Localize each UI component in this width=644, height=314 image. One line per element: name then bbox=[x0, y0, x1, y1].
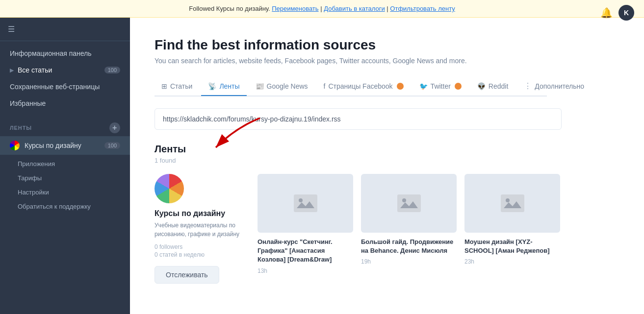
svg-rect-3 bbox=[397, 194, 421, 212]
sidebar-feed-item-kursy[interactable]: Курсы по дизайну 100 bbox=[0, 136, 130, 155]
results-count: 1 found bbox=[155, 157, 547, 164]
search-input-container bbox=[155, 108, 562, 130]
sidebar-sub-item-support[interactable]: Обратиться к поддержку bbox=[0, 199, 130, 214]
article-thumbnail-1 bbox=[361, 174, 457, 233]
user-avatar[interactable]: K bbox=[618, 5, 634, 21]
article-title-1: Большой гайд. Продвижение на Behance. Де… bbox=[361, 238, 457, 255]
image-placeholder-icon bbox=[397, 194, 421, 212]
grid-icon: ⊞ bbox=[161, 82, 167, 90]
article-title-0: Онлайн-курс "Скетчинг. Графика" [Анастас… bbox=[258, 238, 353, 265]
search-input[interactable] bbox=[163, 115, 553, 123]
sidebar-item-label: Избранные bbox=[10, 99, 46, 107]
sidebar-item-label: Сохраненные веб-страницы bbox=[10, 83, 100, 91]
feed-result-followers: 0 followers bbox=[155, 243, 248, 250]
article-time-2: 23h bbox=[464, 258, 560, 265]
sidebar-sub-item-pricing[interactable]: Тарифы bbox=[0, 171, 130, 185]
follow-button[interactable]: Отслеживать bbox=[155, 266, 219, 284]
page-subtitle: You can search for articles, website fee… bbox=[155, 57, 547, 65]
tab-more[interactable]: ⋮ Дополнительно bbox=[517, 76, 591, 97]
sidebar: ☰ Информационная панель ▶ Все статьи 100… bbox=[0, 18, 130, 314]
reddit-icon: 👽 bbox=[477, 82, 486, 90]
article-thumbnail-2 bbox=[464, 174, 560, 233]
facebook-badge bbox=[397, 83, 404, 90]
sidebar-item-label: Все статьи bbox=[18, 66, 52, 74]
article-time-0: 13h bbox=[258, 267, 353, 274]
svg-rect-5 bbox=[501, 194, 524, 212]
svg-point-6 bbox=[506, 198, 510, 202]
feed-result-icon bbox=[155, 174, 184, 203]
add-feed-button[interactable]: + bbox=[109, 122, 120, 133]
sidebar-item-saved-pages[interactable]: Сохраненные веб-страницы bbox=[0, 78, 130, 95]
feed-result-articles-per-week: 0 статей в неделю bbox=[155, 251, 248, 258]
feed-result-description: Учебные видеоматериалы по рисованию, гра… bbox=[155, 221, 248, 239]
article-card-2[interactable]: Моушен дизайн [XYZ-SCHOOL] [Аман Реджепо… bbox=[464, 174, 560, 274]
svg-rect-1 bbox=[294, 194, 317, 212]
page-title: Find the best information sources bbox=[155, 37, 547, 53]
tab-facebook[interactable]: f Страницы Facebook bbox=[317, 77, 411, 96]
article-card-0[interactable]: Онлайн-курс "Скетчинг. Графика" [Анастас… bbox=[258, 174, 353, 274]
tab-feeds[interactable]: 📡 Ленты bbox=[201, 77, 246, 96]
results-section-title: Ленты bbox=[155, 144, 547, 155]
article-card-1[interactable]: Большой гайд. Продвижение на Behance. Де… bbox=[361, 174, 457, 274]
rss-icon: 📡 bbox=[208, 82, 216, 90]
tab-reddit[interactable]: 👽 Reddit bbox=[470, 77, 515, 96]
add-to-catalog-link[interactable]: Добавить в каталоги bbox=[324, 5, 385, 12]
main-content: Find the best information sources You ca… bbox=[130, 18, 644, 314]
rename-link[interactable]: Переименовать bbox=[272, 5, 318, 12]
svg-point-2 bbox=[299, 198, 303, 202]
article-thumbnail-0 bbox=[258, 174, 353, 233]
tab-twitter[interactable]: 🐦 Twitter bbox=[412, 77, 468, 96]
top-banner: Followed Курсы по дизайну. Переименовать… bbox=[0, 0, 644, 18]
feed-result-name: Курсы по дизайну bbox=[155, 209, 248, 218]
sidebar-item-label: Информационная панель bbox=[10, 49, 92, 57]
article-title-2: Моушен дизайн [XYZ-SCHOOL] [Аман Реджепо… bbox=[464, 238, 560, 255]
filter-feed-link[interactable]: Отфильтровать ленту bbox=[390, 5, 455, 12]
svg-point-4 bbox=[402, 198, 406, 202]
sidebar-sub-item-settings[interactable]: Настройки bbox=[0, 185, 130, 199]
image-placeholder-icon bbox=[501, 194, 524, 212]
feed-icon-kursy bbox=[10, 141, 20, 150]
feed-label: Курсы по дизайну bbox=[25, 142, 81, 149]
sidebar-item-favorites[interactable]: Избранные bbox=[0, 95, 130, 112]
notification-bell-icon[interactable]: 🔔 bbox=[600, 7, 613, 19]
sidebar-item-all-articles[interactable]: ▶ Все статьи 100 bbox=[0, 62, 130, 78]
feeds-section-label: ЛЕНТЫ bbox=[10, 125, 32, 131]
image-placeholder-icon bbox=[294, 194, 317, 212]
twitter-icon: 🐦 bbox=[419, 82, 428, 90]
tab-articles[interactable]: ⊞ Статьи bbox=[155, 77, 199, 96]
all-articles-badge: 100 bbox=[104, 67, 120, 73]
hamburger-icon[interactable]: ☰ bbox=[8, 24, 15, 34]
sidebar-sub-item-apps[interactable]: Приложения bbox=[0, 157, 130, 171]
dots-icon: ⋮ bbox=[524, 81, 532, 91]
feed-badge: 100 bbox=[104, 142, 120, 149]
tab-google-news[interactable]: 📰 Google News bbox=[249, 77, 315, 96]
facebook-icon: f bbox=[324, 82, 326, 90]
chevron-right-icon: ▶ bbox=[10, 67, 14, 73]
article-time-1: 19h bbox=[361, 258, 457, 265]
feed-result-card: Курсы по дизайну Учебные видеоматериалы … bbox=[155, 174, 248, 284]
twitter-badge bbox=[455, 83, 462, 90]
tabs: ⊞ Статьи 📡 Ленты 📰 Google News f Страниц… bbox=[155, 76, 547, 97]
sidebar-item-dashboard[interactable]: Информационная панель bbox=[0, 45, 130, 62]
newspaper-icon: 📰 bbox=[256, 82, 264, 90]
